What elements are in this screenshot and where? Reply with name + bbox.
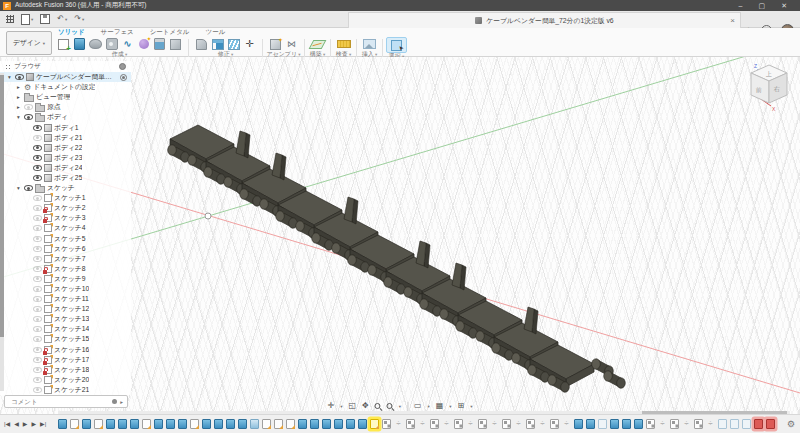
- visibility-eye-icon[interactable]: [24, 114, 33, 120]
- timeline-step-back-icon[interactable]: ◀: [14, 420, 19, 427]
- visibility-eye-icon[interactable]: [33, 326, 42, 332]
- create-sketch-icon[interactable]: [56, 38, 71, 51]
- timeline-go-start-icon[interactable]: |◀: [4, 420, 10, 427]
- visibility-eye-icon[interactable]: [15, 74, 24, 80]
- browser-tree-row[interactable]: スケッチ11: [0, 294, 131, 304]
- press-pull-face-icon[interactable]: [152, 38, 167, 51]
- timeline-feature-ex[interactable]: [166, 419, 175, 429]
- browser-tree-row[interactable]: スケッチ6: [0, 244, 131, 254]
- orbit-icon[interactable]: ✛: [327, 401, 334, 411]
- insert-image-icon[interactable]: [362, 38, 377, 51]
- file-menu-button[interactable]: ▾: [21, 14, 33, 25]
- timeline-feature-cmb[interactable]: ÷: [706, 419, 715, 429]
- timeline-feature-pat[interactable]: [646, 419, 655, 429]
- visibility-eye-icon[interactable]: [33, 145, 42, 151]
- redo-button[interactable]: ↷▾: [74, 14, 84, 24]
- visibility-eye-icon[interactable]: [24, 104, 33, 110]
- timeline-feature-ex[interactable]: [154, 419, 163, 429]
- visibility-eye-icon[interactable]: [33, 225, 42, 231]
- timeline-feature-cmb[interactable]: ÷: [658, 419, 667, 429]
- zoom-icon[interactable]: [375, 403, 381, 409]
- timeline-settings-gear-icon[interactable]: ⚙: [787, 419, 795, 430]
- visibility-eye-icon[interactable]: [33, 357, 42, 363]
- extrude-icon[interactable]: [72, 38, 87, 51]
- visibility-eye-icon[interactable]: [33, 347, 42, 353]
- timeline-feature-ex[interactable]: [322, 419, 331, 429]
- new-component-icon[interactable]: [268, 38, 283, 51]
- visibility-eye-icon[interactable]: [33, 256, 42, 262]
- minimize-icon[interactable]: –: [739, 1, 743, 11]
- look-at-icon[interactable]: ◱: [348, 401, 356, 411]
- browser-tree-row[interactable]: スケッチ7: [0, 254, 131, 264]
- hole-icon[interactable]: [104, 38, 119, 51]
- timeline-feature-ex[interactable]: [178, 419, 187, 429]
- timeline-feature-pat[interactable]: [694, 419, 703, 429]
- tab-solid[interactable]: ソリッド: [58, 28, 85, 37]
- browser-scrollbar[interactable]: [0, 73, 4, 391]
- timeline-feature-err[interactable]: [754, 419, 763, 429]
- tree-expand-icon[interactable]: ▸: [15, 84, 22, 90]
- comment-expand-icon[interactable]: ▸: [120, 399, 123, 405]
- timeline-feature-cmb[interactable]: ÷: [466, 419, 475, 429]
- maximize-icon[interactable]: ▢: [759, 1, 766, 11]
- comment-options-icon[interactable]: [112, 399, 117, 404]
- timeline-feature-ex[interactable]: [310, 419, 319, 429]
- browser-tree-row[interactable]: スケッチ8: [0, 264, 131, 274]
- app-launcher-grid-icon[interactable]: [6, 15, 14, 23]
- grid-settings-icon[interactable]: ▦: [436, 401, 444, 411]
- visibility-eye-icon[interactable]: [33, 367, 42, 373]
- tab-surface[interactable]: サーフェス: [101, 28, 134, 37]
- timeline-feature-pat[interactable]: [430, 419, 439, 429]
- timeline-feature-sk[interactable]: [94, 419, 103, 429]
- timeline-feature-pat[interactable]: [670, 419, 679, 429]
- browser-tree-row[interactable]: ▸ビュー管理: [0, 92, 131, 102]
- visibility-eye-icon[interactable]: [33, 135, 42, 141]
- timeline-feature-ex[interactable]: [58, 419, 67, 429]
- timeline-feature-pat[interactable]: [550, 419, 559, 429]
- browser-tree-row[interactable]: スケッチ21: [0, 385, 131, 395]
- browser-tree-row[interactable]: ボディ23: [0, 153, 131, 163]
- joint-icon[interactable]: ⋈: [284, 38, 299, 51]
- timeline-feature-pat[interactable]: [502, 419, 511, 429]
- timeline-feature-cmb[interactable]: ÷: [562, 419, 571, 429]
- press-pull-icon[interactable]: [210, 38, 225, 51]
- timeline-feature-cmb[interactable]: ÷: [514, 419, 523, 429]
- pan-icon[interactable]: ✥: [362, 401, 369, 411]
- browser-tree-row[interactable]: スケッチ3: [0, 213, 131, 223]
- timeline-feature-cmb[interactable]: ÷: [682, 419, 691, 429]
- timeline-feature-ex[interactable]: [334, 419, 343, 429]
- visibility-eye-icon[interactable]: [33, 377, 42, 383]
- browser-tree-row[interactable]: スケッチ16: [0, 345, 131, 355]
- timeline-go-end-icon[interactable]: ▶|: [40, 420, 46, 427]
- browser-tree-row[interactable]: スケッチ4: [0, 223, 131, 233]
- browser-tree-row[interactable]: ボディ21: [0, 133, 131, 143]
- timeline-feature-ex[interactable]: [586, 419, 595, 429]
- timeline-feature-ex[interactable]: [82, 419, 91, 429]
- timeline-feature-ex[interactable]: [226, 419, 235, 429]
- visibility-eye-icon[interactable]: [33, 387, 42, 393]
- browser-tree-row[interactable]: スケッチ1: [0, 193, 131, 203]
- browser-tree-row[interactable]: スケッチ10: [0, 284, 131, 294]
- visibility-eye-icon[interactable]: [33, 286, 42, 292]
- browser-scrollbar-thumb[interactable]: [0, 75, 4, 337]
- visibility-eye-icon[interactable]: [33, 276, 42, 282]
- save-icon[interactable]: [40, 14, 50, 24]
- fillet-icon[interactable]: [194, 38, 209, 51]
- browser-tree-row[interactable]: スケッチ5: [0, 234, 131, 244]
- browser-tree-row[interactable]: スケッチ15: [0, 334, 131, 344]
- timeline-feature-sk[interactable]: [70, 419, 79, 429]
- visibility-eye-icon[interactable]: [33, 296, 42, 302]
- timeline-feature-ex[interactable]: [130, 419, 139, 429]
- timeline-feature-ex[interactable]: [634, 419, 643, 429]
- browser-tree-row[interactable]: スケッチ17: [0, 355, 131, 365]
- measure-icon[interactable]: [336, 38, 351, 51]
- browser-tree-row[interactable]: スケッチ2: [0, 203, 131, 213]
- visibility-eye-icon[interactable]: [33, 306, 42, 312]
- browser-tree-row[interactable]: スケッチ14: [0, 324, 131, 334]
- tree-expand-icon[interactable]: ▾: [15, 114, 22, 120]
- shell-icon[interactable]: [226, 38, 241, 51]
- visibility-eye-icon[interactable]: [33, 155, 42, 161]
- timeline-feature-ex[interactable]: [298, 419, 307, 429]
- browser-tree-row[interactable]: ▸⚙ドキュメントの設定: [0, 82, 131, 92]
- timeline-play-icon[interactable]: ▶: [23, 420, 28, 427]
